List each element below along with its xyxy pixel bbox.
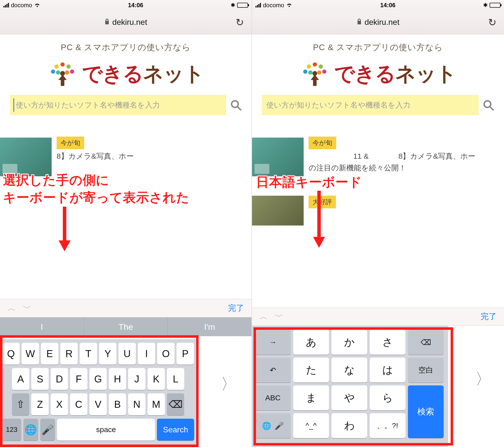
site-tagline: PC & スマホアプリの使い方なら bbox=[252, 34, 504, 58]
prediction-2[interactable]: The bbox=[84, 317, 168, 336]
key-o[interactable]: O bbox=[157, 343, 175, 365]
kana-na-key[interactable]: な bbox=[331, 358, 367, 382]
prediction-3[interactable]: I'm bbox=[168, 317, 252, 336]
key-d[interactable]: D bbox=[51, 368, 68, 390]
prev-field-button[interactable]: ︿ bbox=[259, 311, 268, 322]
key-p[interactable]: P bbox=[177, 343, 194, 365]
article-thumbnail-2[interactable] bbox=[252, 196, 304, 225]
key-y[interactable]: Y bbox=[99, 343, 116, 365]
phone-right: docomo 14:06 ✱ dekiru.net ↻ PC & スマホアプリの… bbox=[252, 0, 504, 447]
search-input[interactable]: 使い方が知りたいソフト名や機種名を入力 bbox=[262, 95, 479, 115]
kana-ya-key[interactable]: や bbox=[331, 385, 367, 410]
backspace-key[interactable]: ⌫ bbox=[167, 393, 184, 415]
key-l[interactable]: L bbox=[167, 368, 184, 390]
article-thumbnail[interactable] bbox=[0, 138, 52, 176]
shift-key[interactable]: ⇧ bbox=[12, 393, 29, 415]
key-s[interactable]: S bbox=[31, 368, 49, 390]
key-x[interactable]: X bbox=[51, 393, 68, 415]
search-key-jp[interactable]: 検索 bbox=[408, 385, 444, 438]
prediction-1[interactable]: I bbox=[0, 317, 84, 336]
key-w[interactable]: W bbox=[22, 343, 39, 365]
key-c[interactable]: C bbox=[70, 393, 87, 415]
refresh-button[interactable]: ↻ bbox=[488, 17, 497, 28]
search-button[interactable] bbox=[483, 99, 494, 111]
key-v[interactable]: V bbox=[89, 393, 107, 415]
key-b[interactable]: B bbox=[109, 393, 126, 415]
refresh-button[interactable]: ↻ bbox=[236, 17, 244, 28]
search-key[interactable]: Search bbox=[157, 419, 194, 441]
key-h[interactable]: H bbox=[109, 368, 126, 390]
key-n[interactable]: N bbox=[128, 393, 145, 415]
space-key[interactable]: space bbox=[57, 419, 155, 441]
keyboard-accessory-bar: ︿ ﹀ 完了 bbox=[0, 299, 252, 317]
tab-key[interactable]: → bbox=[255, 330, 291, 355]
key-u[interactable]: U bbox=[118, 343, 136, 365]
article-thumbnail[interactable] bbox=[252, 138, 304, 176]
bluetooth-icon: ✱ bbox=[231, 2, 235, 8]
search-placeholder: 使い方が知りたいソフト名や機種名を入力 bbox=[16, 100, 160, 110]
backspace-key[interactable]: ⌫ bbox=[408, 330, 444, 355]
svg-point-0 bbox=[60, 62, 65, 67]
kana-a-key[interactable]: あ bbox=[293, 330, 329, 355]
done-button[interactable]: 完了 bbox=[481, 311, 497, 322]
globe-key[interactable]: 🌐 bbox=[23, 419, 38, 441]
next-field-button[interactable]: ﹀ bbox=[275, 311, 283, 322]
kana-sa-key[interactable]: さ bbox=[370, 330, 405, 355]
kana-ha-key[interactable]: は bbox=[370, 358, 405, 382]
svg-point-15 bbox=[303, 70, 307, 74]
key-z[interactable]: Z bbox=[31, 393, 49, 415]
kana-ra-key[interactable]: ら bbox=[370, 385, 405, 410]
abc-key[interactable]: ABC bbox=[255, 385, 291, 410]
svg-point-5 bbox=[56, 71, 60, 75]
site-logo[interactable]: できるネット bbox=[0, 58, 252, 95]
battery-icon bbox=[490, 3, 501, 8]
mic-icon: 🎤 bbox=[275, 421, 284, 430]
key-q[interactable]: Q bbox=[2, 343, 20, 365]
key-t[interactable]: T bbox=[80, 343, 97, 365]
key-r[interactable]: R bbox=[60, 343, 78, 365]
article-title[interactable]: 11 & 8】カメラ&写真、ホー の注目の新機能を続々公開！ bbox=[309, 150, 499, 174]
url-display[interactable]: dekiru.net bbox=[104, 18, 147, 27]
key-e[interactable]: E bbox=[41, 343, 58, 365]
kana-punct-key[interactable]: 、。?! bbox=[370, 413, 405, 438]
predictive-bar: I The I'm bbox=[0, 317, 252, 336]
clock: 14:06 bbox=[128, 2, 143, 9]
carrier-label: docomo bbox=[263, 2, 284, 9]
key-i[interactable]: I bbox=[138, 343, 155, 365]
mic-key[interactable]: 🎤 bbox=[40, 419, 55, 441]
kana-wa-key[interactable]: わ bbox=[331, 413, 367, 438]
done-button[interactable]: 完了 bbox=[228, 303, 244, 314]
key-f[interactable]: F bbox=[70, 368, 87, 390]
undo-key[interactable]: ↶ bbox=[255, 358, 291, 382]
key-j[interactable]: J bbox=[128, 368, 145, 390]
search-input[interactable]: 使い方が知りたいソフト名や機種名を入力 bbox=[10, 95, 226, 115]
key-a[interactable]: A bbox=[12, 368, 29, 390]
site-logo[interactable]: できるネット bbox=[252, 58, 504, 95]
key-g[interactable]: G bbox=[89, 368, 107, 390]
qwerty-keyboard: QWERTYUIOP ASDFGHJKL ⇧ ZXCVBNM ⌫ 123 🌐 🎤… bbox=[0, 339, 196, 447]
keyboard-expand-button[interactable]: 〉 bbox=[221, 373, 237, 395]
svg-line-9 bbox=[238, 107, 241, 110]
kana-ta-key[interactable]: た bbox=[293, 358, 329, 382]
url-text: dekiru.net bbox=[112, 18, 147, 27]
next-field-button[interactable]: ﹀ bbox=[23, 302, 31, 314]
key-m[interactable]: M bbox=[147, 393, 165, 415]
svg-point-8 bbox=[232, 101, 238, 108]
status-bar: docomo 14:06 ✱ bbox=[0, 0, 252, 10]
url-display[interactable]: dekiru.net bbox=[357, 18, 399, 27]
kana-face-key[interactable]: ^_^ bbox=[293, 413, 329, 438]
globe-icon: 🌐 bbox=[262, 421, 271, 430]
arrow-icon bbox=[57, 207, 72, 252]
numbers-key[interactable]: 123 bbox=[2, 419, 21, 441]
kana-ka-key[interactable]: か bbox=[331, 330, 367, 355]
article-title[interactable]: 8】カメラ&写真、ホー bbox=[57, 150, 247, 162]
globe-mic-key[interactable]: 🌐🎤 bbox=[255, 413, 291, 438]
keyboard-expand-button[interactable]: 〉 bbox=[475, 368, 491, 390]
key-k[interactable]: K bbox=[147, 368, 165, 390]
svg-point-7 bbox=[60, 71, 65, 76]
carrier-label: docomo bbox=[11, 2, 32, 9]
space-key-jp[interactable]: 空白 bbox=[408, 358, 444, 382]
kana-ma-key[interactable]: ま bbox=[293, 385, 329, 410]
search-button[interactable] bbox=[230, 99, 242, 111]
prev-field-button[interactable]: ︿ bbox=[7, 302, 16, 314]
